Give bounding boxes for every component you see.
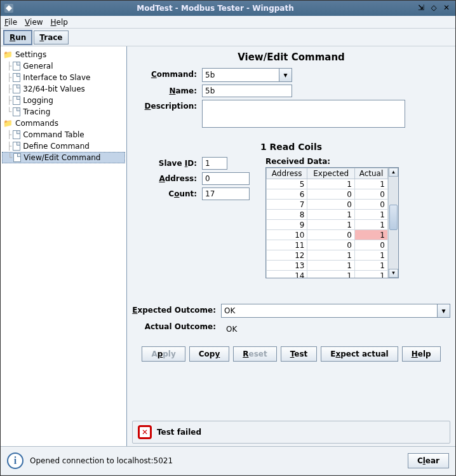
nav-tree[interactable]: 📁Settings ├ General ├ Interface to Slave… bbox=[1, 46, 127, 446]
col-expected[interactable]: Expected bbox=[307, 168, 354, 179]
close-icon[interactable]: ✕ bbox=[441, 4, 452, 13]
table-cell[interactable]: 0 bbox=[307, 230, 354, 240]
scroll-up-icon[interactable]: ▴ bbox=[389, 168, 398, 177]
expected-outcome-input[interactable] bbox=[222, 304, 437, 317]
table-cell[interactable]: 14 bbox=[267, 271, 307, 278]
table-cell[interactable]: 13 bbox=[267, 261, 307, 271]
table-row[interactable]: 1211 bbox=[267, 250, 388, 261]
description-textarea[interactable] bbox=[202, 100, 405, 128]
table-cell[interactable]: 1 bbox=[307, 220, 354, 230]
table-cell[interactable]: 1 bbox=[354, 250, 387, 261]
table-cell[interactable]: 9 bbox=[267, 220, 307, 230]
tree-label: Tracing bbox=[23, 107, 50, 116]
menu-help[interactable]: Help bbox=[51, 18, 68, 27]
info-icon: i bbox=[7, 452, 23, 469]
table-row[interactable]: 1001 bbox=[267, 230, 388, 240]
table-cell[interactable]: 1 bbox=[354, 230, 387, 240]
table-cell[interactable]: 0 bbox=[307, 200, 354, 210]
table-row[interactable]: 600 bbox=[267, 189, 388, 200]
page-icon bbox=[13, 142, 20, 151]
scrollbar[interactable]: ▴ ▾ bbox=[388, 168, 398, 278]
address-input[interactable] bbox=[202, 172, 250, 185]
expected-outcome-combo[interactable]: ▾ bbox=[221, 304, 450, 318]
table-row[interactable]: 1311 bbox=[267, 261, 388, 271]
table-cell[interactable]: 1 bbox=[307, 250, 354, 261]
table-cell[interactable]: 0 bbox=[354, 240, 387, 250]
tree-node-settings[interactable]: 📁Settings bbox=[2, 49, 125, 60]
table-cell[interactable]: 1 bbox=[354, 179, 387, 189]
tree-label: 32/64-bit Values bbox=[23, 85, 85, 93]
received-data-table[interactable]: Address Expected Actual 5116007008119111… bbox=[265, 167, 399, 278]
tree-node-general[interactable]: ├ General bbox=[2, 60, 125, 72]
table-row[interactable]: 911 bbox=[267, 220, 388, 230]
table-row[interactable]: 700 bbox=[267, 200, 388, 210]
table-cell[interactable]: 0 bbox=[354, 189, 387, 200]
menu-view[interactable]: View bbox=[25, 18, 43, 27]
count-input[interactable] bbox=[202, 187, 250, 200]
table-cell[interactable]: 6 bbox=[267, 189, 307, 200]
page-icon bbox=[13, 96, 20, 105]
table-row[interactable]: 1411 bbox=[267, 271, 388, 278]
name-input[interactable] bbox=[202, 85, 292, 97]
tree-node-tracing[interactable]: └ Tracing bbox=[2, 106, 125, 118]
table-cell[interactable]: 10 bbox=[267, 230, 307, 240]
trace-button[interactable]: Trace bbox=[34, 31, 68, 44]
col-address[interactable]: Address bbox=[267, 168, 307, 179]
tree-label: Commands bbox=[15, 119, 58, 128]
page-icon bbox=[13, 85, 20, 93]
table-row[interactable]: 511 bbox=[267, 179, 388, 189]
chevron-down-icon[interactable]: ▾ bbox=[437, 304, 450, 317]
title-bar: ModTest - Modbus Tester - Wingpath ⇲ ◇ ✕ bbox=[1, 1, 455, 16]
table-cell[interactable]: 1 bbox=[307, 261, 354, 271]
col-actual[interactable]: Actual bbox=[354, 168, 387, 179]
tree-node-view-edit-command[interactable]: └ View/Edit Command bbox=[2, 152, 125, 163]
table-row[interactable]: 811 bbox=[267, 210, 388, 220]
expect-actual-button[interactable]: Expect actual bbox=[321, 346, 398, 362]
table-row[interactable]: 1100 bbox=[267, 240, 388, 250]
command-input[interactable] bbox=[203, 69, 279, 81]
svg-marker-0 bbox=[6, 5, 12, 11]
table-cell[interactable]: 1 bbox=[307, 210, 354, 220]
table-cell[interactable]: 1 bbox=[307, 179, 354, 189]
tree-node-define-command[interactable]: ├ Define Command bbox=[2, 140, 125, 152]
minimize-icon[interactable]: ⇲ bbox=[416, 4, 426, 13]
table-cell[interactable]: 7 bbox=[267, 200, 307, 210]
tree-label: Logging bbox=[23, 96, 53, 105]
table-cell[interactable]: 0 bbox=[354, 200, 387, 210]
scroll-down-icon[interactable]: ▾ bbox=[389, 269, 398, 278]
scroll-thumb[interactable] bbox=[389, 205, 398, 230]
slave-input[interactable] bbox=[202, 157, 227, 170]
reset-button[interactable]: Reset bbox=[233, 346, 276, 362]
chevron-down-icon[interactable]: ▾ bbox=[279, 69, 292, 81]
copy-button[interactable]: Copy bbox=[189, 346, 229, 362]
table-cell[interactable]: 1 bbox=[354, 220, 387, 230]
maximize-icon[interactable]: ◇ bbox=[429, 4, 439, 13]
table-cell[interactable]: 1 bbox=[307, 271, 354, 278]
clear-button[interactable]: Clear bbox=[408, 453, 449, 468]
command-label: Command: bbox=[132, 68, 202, 79]
table-cell[interactable]: 1 bbox=[354, 271, 387, 278]
table-cell[interactable]: 0 bbox=[307, 189, 354, 200]
tree-node-commands[interactable]: 📁Commands bbox=[2, 118, 125, 129]
table-cell[interactable]: 0 bbox=[307, 240, 354, 250]
table-cell[interactable]: 5 bbox=[267, 179, 307, 189]
status-text: Opened connection to localhost:5021 bbox=[30, 456, 173, 465]
help-button[interactable]: Help bbox=[402, 346, 441, 362]
table-cell[interactable]: 12 bbox=[267, 250, 307, 261]
table-cell[interactable]: 8 bbox=[267, 210, 307, 220]
page-icon bbox=[13, 153, 21, 162]
description-label: Description: bbox=[132, 100, 202, 111]
tree-node-3264[interactable]: ├ 32/64-bit Values bbox=[2, 83, 125, 95]
table-cell[interactable]: 1 bbox=[354, 210, 387, 220]
test-button[interactable]: Test bbox=[281, 346, 318, 362]
section-title: 1 Read Coils bbox=[132, 142, 450, 152]
table-cell[interactable]: 11 bbox=[267, 240, 307, 250]
tree-node-interface[interactable]: ├ Interface to Slave bbox=[2, 72, 125, 83]
tree-node-command-table[interactable]: ├ Command Table bbox=[2, 129, 125, 140]
apply-button[interactable]: Apply bbox=[142, 346, 185, 362]
menu-file[interactable]: File bbox=[4, 18, 17, 27]
tree-node-logging[interactable]: ├ Logging bbox=[2, 95, 125, 106]
table-cell[interactable]: 1 bbox=[354, 261, 387, 271]
command-combo[interactable]: ▾ bbox=[202, 68, 292, 82]
run-button[interactable]: Run bbox=[3, 30, 32, 45]
